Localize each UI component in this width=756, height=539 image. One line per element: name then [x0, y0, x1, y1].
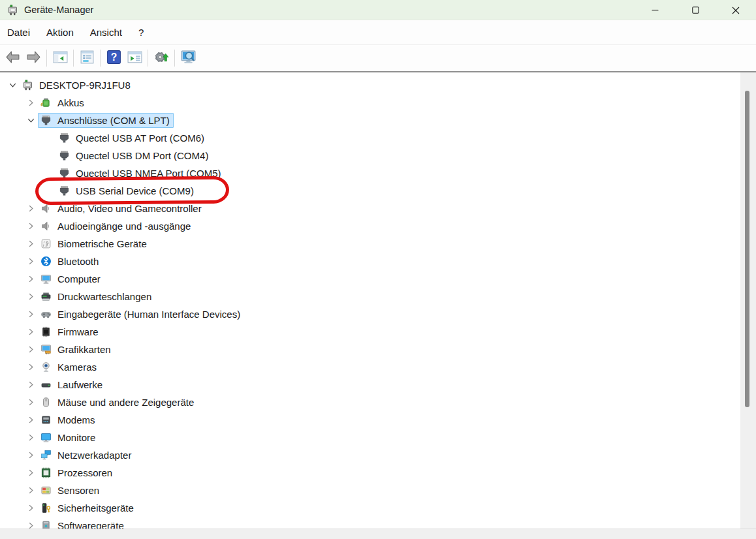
tree-item-body[interactable]: Quectel USB NMEA Port (COM5): [56, 166, 225, 181]
tree-item[interactable]: Druckwarteschlangen: [0, 288, 756, 305]
tree-item[interactable]: Modems: [0, 411, 756, 429]
chevron-right-icon[interactable]: [24, 291, 38, 303]
tree-item[interactable]: Grafikkarten: [0, 341, 756, 358]
close-button[interactable]: [716, 0, 756, 20]
chevron-right-icon[interactable]: [24, 502, 38, 514]
maximize-button[interactable]: [675, 0, 716, 20]
tree-item-body[interactable]: Sensoren: [38, 483, 103, 498]
tree-item[interactable]: Sicherheitsgeräte: [0, 499, 756, 517]
tree-item-body[interactable]: Audio, Video und Gamecontroller: [38, 201, 206, 216]
tree-item-body[interactable]: Kameras: [38, 360, 101, 375]
properties-icon: [79, 49, 95, 67]
tree-item-body[interactable]: Grafikkarten: [38, 342, 115, 357]
tree-item[interactable]: Computer: [0, 270, 756, 288]
tree-item-label: Quectel USB DM Port (COM4): [76, 150, 208, 161]
tree-item-body[interactable]: Quectel USB AT Port (COM6): [56, 131, 208, 146]
show-console-tree-button[interactable]: [50, 48, 71, 68]
tree-item-body[interactable]: Firmware: [38, 324, 102, 339]
tree-item-body[interactable]: Prozessoren: [38, 465, 116, 480]
chevron-right-icon[interactable]: [24, 221, 38, 232]
chevron-right-icon[interactable]: [24, 97, 38, 109]
tree-item[interactable]: Akkus: [0, 94, 756, 112]
help-button[interactable]: ?: [103, 48, 124, 68]
chevron-down-icon[interactable]: [5, 80, 20, 91]
tree-item-body[interactable]: USB Serial Device (COM9): [56, 183, 198, 198]
tree-item[interactable]: Mäuse und andere Zeigegeräte: [0, 393, 756, 411]
back-button[interactable]: [2, 48, 23, 68]
chevron-right-icon[interactable]: [24, 414, 38, 426]
chevron-right-icon[interactable]: [24, 362, 38, 373]
chevron-right-icon[interactable]: [24, 256, 38, 268]
selected-tree-item[interactable]: Anschlüsse (COM & LPT): [38, 113, 174, 128]
tree-item-label: Firmware: [57, 326, 99, 337]
tree-item[interactable]: Bluetooth: [0, 253, 756, 270]
vertical-scrollbar[interactable]: [740, 72, 756, 529]
tree-item-body[interactable]: Druckwarteschlangen: [38, 289, 155, 304]
tree-item[interactable]: Softwaregeräte: [0, 517, 756, 529]
tree-item[interactable]: Monitore: [0, 429, 756, 446]
chevron-right-icon[interactable]: [24, 485, 38, 497]
chevron-right-icon[interactable]: [24, 397, 38, 408]
tree-item[interactable]: Firmware: [0, 323, 756, 341]
chevron-down-icon[interactable]: [24, 115, 38, 127]
tree-item-body[interactable]: Eingabegeräte (Human Interface Devices): [38, 307, 244, 322]
chevron-spacer: [42, 185, 56, 197]
tree-item-body[interactable]: Softwaregeräte: [38, 518, 128, 529]
tree-item-body[interactable]: Biometrische Geräte: [38, 236, 151, 251]
chevron-right-icon[interactable]: [24, 203, 38, 215]
tree-item[interactable]: Quectel USB DM Port (COM4): [0, 147, 756, 164]
scan-hardware-changes-button[interactable]: [178, 48, 198, 68]
chevron-right-icon[interactable]: [24, 309, 38, 320]
status-bar: [0, 529, 756, 539]
chevron-right-icon[interactable]: [24, 432, 38, 444]
back-arrow-icon: [5, 49, 21, 67]
tree-item[interactable]: Audioeingänge und -ausgänge: [0, 217, 756, 235]
tree-item[interactable]: Eingabegeräte (Human Interface Devices): [0, 305, 756, 323]
tree-item-label: Sensoren: [57, 485, 99, 496]
tree-item-body[interactable]: DESKTOP-9RJ1FU8: [20, 78, 134, 93]
menu-item-hilfe[interactable]: ?: [134, 24, 148, 40]
tree-item[interactable]: DESKTOP-9RJ1FU8: [0, 76, 756, 94]
chevron-right-icon[interactable]: [24, 326, 38, 338]
tree-item-label: Monitore: [57, 432, 95, 443]
tree-item[interactable]: Kameras: [0, 358, 756, 376]
tree-item-body[interactable]: Computer: [38, 271, 104, 286]
tree-item[interactable]: Audio, Video und Gamecontroller: [0, 200, 756, 217]
tree-item-label: Grafikkarten: [57, 344, 111, 355]
tree-item[interactable]: Anschlüsse (COM & LPT): [0, 112, 756, 129]
tree-item-body[interactable]: Sicherheitsgeräte: [38, 501, 138, 516]
chevron-right-icon[interactable]: [24, 520, 38, 529]
chevron-right-icon[interactable]: [24, 379, 38, 391]
menu-item-aktion[interactable]: Aktion: [42, 24, 78, 40]
forward-button[interactable]: [23, 48, 44, 68]
chevron-right-icon[interactable]: [24, 467, 38, 479]
properties-button[interactable]: [76, 48, 97, 68]
tree-item-body[interactable]: Audioeingänge und -ausgänge: [38, 219, 195, 234]
tree-item-body[interactable]: Bluetooth: [38, 254, 102, 269]
tree-item-body[interactable]: Netzwerkadapter: [38, 448, 135, 463]
chevron-right-icon[interactable]: [24, 450, 38, 461]
tree-item-body[interactable]: Monitore: [38, 430, 99, 445]
tree-item[interactable]: USB Serial Device (COM9): [0, 182, 756, 200]
menu-item-ansicht[interactable]: Ansicht: [86, 24, 126, 40]
tree-item-body[interactable]: Modems: [38, 412, 99, 427]
tree-item-body[interactable]: Quectel USB DM Port (COM4): [56, 148, 212, 163]
show-action-pane-button[interactable]: [124, 48, 145, 68]
chevron-right-icon[interactable]: [24, 273, 38, 285]
tree-item[interactable]: Laufwerke: [0, 376, 756, 393]
tree-item-body[interactable]: Mäuse und andere Zeigegeräte: [38, 395, 198, 410]
tree-item[interactable]: Biometrische Geräte: [0, 235, 756, 253]
tree-item-body[interactable]: Laufwerke: [38, 377, 106, 392]
tree-item[interactable]: Prozessoren: [0, 464, 756, 482]
minimize-button[interactable]: [635, 0, 675, 20]
chevron-right-icon[interactable]: [24, 238, 38, 250]
tree-item[interactable]: Sensoren: [0, 482, 756, 499]
chevron-right-icon[interactable]: [24, 344, 38, 356]
update-driver-button[interactable]: [151, 48, 172, 68]
tree-item[interactable]: Quectel USB NMEA Port (COM5): [0, 164, 756, 182]
tree-item[interactable]: Netzwerkadapter: [0, 446, 756, 464]
menu-item-datei[interactable]: Datei: [3, 24, 34, 40]
tree-item[interactable]: Quectel USB AT Port (COM6): [0, 129, 756, 147]
tree-item-body[interactable]: Akkus: [38, 95, 88, 110]
scrollbar-thumb[interactable]: [745, 91, 749, 407]
